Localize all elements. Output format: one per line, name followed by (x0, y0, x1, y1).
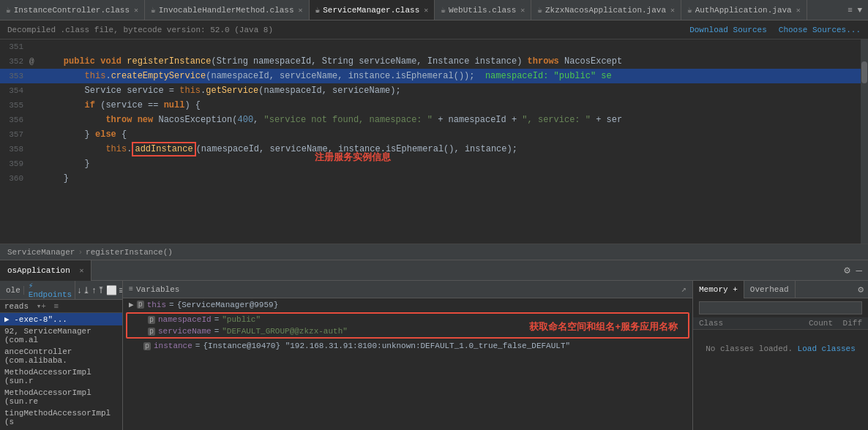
thread-item-92[interactable]: 92, ServiceManager (com.al (0, 325, 122, 346)
vars-pin-icon[interactable]: ↗ (681, 284, 686, 295)
line-number: 357 (0, 127, 29, 142)
vars-icon: ≡ (129, 285, 133, 293)
decompile-info: Decompiled .class file, bytecode version… (7, 26, 273, 34)
tab-authapplication[interactable]: ☕ AuthApplication.java ✕ (681, 0, 807, 20)
memory-search-input[interactable] (699, 301, 862, 314)
line-number: 359 (0, 156, 29, 171)
load-classes-link[interactable]: Load classes (798, 344, 856, 353)
var-row-namespaceid[interactable]: p namespaceId = "public" (127, 314, 688, 325)
tab-webutils[interactable]: ☕ WebUtils.class ✕ (435, 0, 531, 20)
scrollbar-thumb[interactable] (861, 61, 867, 83)
choose-sources-link[interactable]: Choose Sources... (779, 26, 861, 34)
thread-item-controller[interactable]: anceController (com.alibaba. (0, 346, 122, 366)
step-into-button[interactable]: ⤓ (83, 284, 90, 297)
tab-overflow[interactable]: ≡ ▼ (842, 6, 868, 15)
highlighted-vars-group: p namespaceId = "public" p serviceName =… (126, 312, 689, 339)
breadcrumb-separator: › (78, 248, 83, 257)
tab-label: InvocableHandlerMethod.class (159, 6, 294, 15)
debug-main: ≡ Variables ↗ ▶ p this = {ServiceManager… (123, 281, 692, 430)
code-line-355: 355 if (service == null) { (0, 98, 868, 113)
thread-label: MethodAccessorImpl (sun.r (4, 368, 91, 385)
tab-servicemanager[interactable]: ☕ ServiceManager.class ✕ (310, 0, 435, 20)
tab-instancecontroller[interactable]: ☕ InstanceController.class ✕ (0, 0, 145, 20)
code-line-354: 354 Service service = this.getService(na… (0, 83, 868, 98)
memory-header-icons: ⚙ (858, 284, 868, 295)
var-value: "public" (222, 315, 261, 324)
close-icon[interactable]: ✕ (424, 6, 428, 15)
close-icon[interactable]: ✕ (79, 267, 83, 275)
var-row-instance[interactable]: p instance = {Instance@10470} "192.168.3… (123, 340, 692, 352)
java-icon: ☕ (315, 5, 321, 15)
thread-item-methodaccessor2[interactable]: MethodAccessorImpl (sun.re (0, 387, 122, 407)
var-equals: = (169, 301, 174, 309)
vars-panel: ▶ p this = {ServiceManager@9959} p names… (123, 298, 692, 430)
step-out-button[interactable]: ↑ (91, 284, 96, 297)
memory-tabs: Memory + Overhead (693, 281, 796, 298)
memory-tab[interactable]: Memory + (693, 281, 744, 298)
var-value: {ServiceManager@9959} (177, 301, 279, 309)
thread-item-tingmethod[interactable]: tingMethodAccessorImpl (s (0, 407, 122, 428)
memory-settings-icon[interactable]: ⚙ (858, 284, 864, 295)
close-icon[interactable]: ✕ (299, 6, 303, 15)
thread-icon: ▶ (4, 315, 14, 324)
no-classes-text: No classes loaded. (706, 344, 793, 353)
code-line-353: 353 this.createEmptyService(namespaceId,… (0, 69, 868, 83)
tab-bar: ☕ InstanceController.class ✕ ☕ Invocable… (0, 0, 868, 20)
line-content: Service service = this.getService(namesp… (40, 83, 868, 98)
threads-label: reads ▾+ ≡ (0, 300, 122, 313)
line-content: this.createEmptyService(namespaceId, ser… (40, 69, 868, 83)
breadcrumb-bar: ServiceManager › registerInstance() (0, 244, 868, 260)
tab-label: ZkzxNacosApplication.java (545, 6, 666, 15)
close-icon[interactable]: ✕ (520, 6, 525, 15)
var-name: serviceName (158, 327, 212, 336)
var-equals: = (214, 327, 220, 336)
code-line-351: 351 (0, 39, 868, 54)
tab-zkzxnacosapplication[interactable]: ☕ ZkzxNacosApplication.java ✕ (531, 0, 681, 20)
download-sources-link[interactable]: Download Sources (689, 26, 767, 34)
code-editor: 351 352 @ public void registerInstance(S… (0, 39, 868, 244)
minimize-icon[interactable]: — (856, 265, 862, 276)
line-number: 351 (0, 39, 29, 54)
bottom-tab-osapplication[interactable]: osApplication ✕ (0, 260, 91, 281)
thread-item-exec[interactable]: ▶ -exec-8"... (0, 313, 122, 325)
tab-label: WebUtils.class (449, 6, 516, 15)
line-content: } else { (40, 127, 868, 142)
java-icon: ☕ (687, 5, 692, 15)
settings-icon[interactable]: ⚙ (844, 264, 850, 276)
code-line-352: 352 @ public void registerInstance(Strin… (0, 54, 868, 69)
col-diff: Diff (833, 319, 862, 328)
memory-panel-header: Memory + Overhead ⚙ (693, 281, 868, 298)
evaluate-button[interactable]: ⬜ (106, 284, 117, 297)
vars-header: ≡ Variables ↗ (123, 281, 692, 298)
threads-dropdown[interactable]: ▾+ (37, 302, 46, 311)
close-icon[interactable]: ✕ (796, 6, 801, 15)
info-bar-actions: Download Sources Choose Sources... (689, 26, 861, 34)
threads-list-icon[interactable]: ≡ (53, 302, 59, 311)
run-to-cursor-button[interactable]: ⤒ (97, 284, 105, 297)
memory-panel: Memory + Overhead ⚙ Class Count Diff No … (692, 281, 868, 430)
code-line-357: 357 } else { (0, 127, 868, 142)
line-content: this.addInstance(namespaceId, serviceNam… (40, 142, 868, 156)
overhead-tab[interactable]: Overhead (744, 281, 796, 298)
step-over-button[interactable]: ↓ (77, 284, 81, 297)
close-icon[interactable]: ✕ (134, 6, 138, 15)
tab-label: ServiceManager.class (323, 6, 419, 15)
tab-invocablehandlermethod[interactable]: ☕ InvocableHandlerMethod.class ✕ (145, 0, 310, 20)
thread-item-methodaccessor1[interactable]: MethodAccessorImpl (sun.r (0, 366, 122, 387)
java-icon: ☕ (537, 5, 542, 15)
expand-icon[interactable]: ▶ (129, 300, 134, 309)
scrollbar[interactable] (861, 39, 868, 244)
line-number: 352 (0, 54, 29, 69)
field-icon: p (137, 301, 144, 309)
var-row-this[interactable]: ▶ p this = {ServiceManager@9959} (123, 298, 692, 311)
tab-label: AuthApplication.java (695, 6, 792, 15)
code-line-360: 360 } (0, 171, 868, 186)
line-marker: @ (29, 54, 40, 69)
line-content (40, 39, 868, 54)
var-row-servicename[interactable]: p serviceName = "DEFAULT_GROUP@@zkzx-aut… (127, 325, 688, 337)
bottom-tab-label: osApplication (7, 266, 70, 275)
thread-label: anceController (com.alibaba. (4, 347, 72, 365)
var-value: {Instance@10470} "192.168.31.91:8100:unk… (203, 342, 570, 350)
line-number: 360 (0, 171, 29, 186)
close-icon[interactable]: ✕ (670, 6, 675, 15)
